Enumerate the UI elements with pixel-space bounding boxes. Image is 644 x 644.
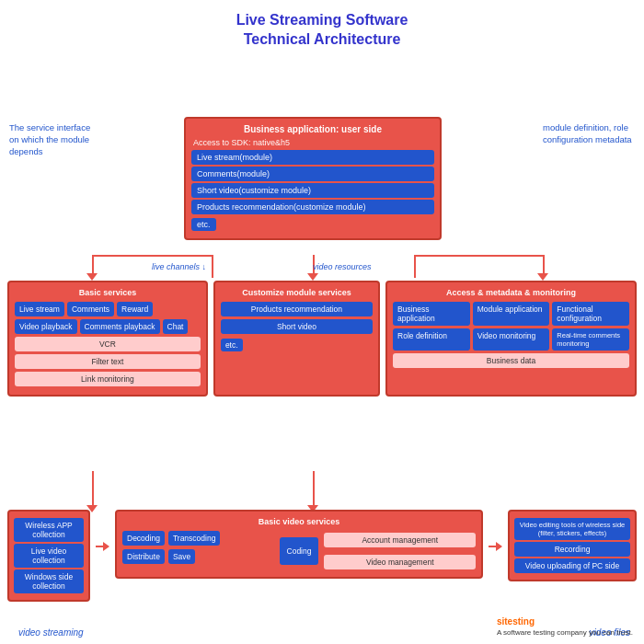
video-editing-btn: Video editing tools of wireless side (fi… bbox=[514, 518, 630, 540]
biz-module-4: Products recommendation(customize module… bbox=[191, 200, 434, 214]
access-monitoring-box: Access & metadata & monitoring Business … bbox=[385, 281, 637, 397]
left-annotation: The service interface on which the modul… bbox=[9, 121, 101, 158]
video-mgmt-btn: Video management bbox=[324, 555, 476, 569]
windows-side-btn: Windows side collection bbox=[14, 569, 84, 593]
basic-comments-btn: Comments bbox=[67, 302, 114, 316]
logo-area: sitesting A software testing company you… bbox=[497, 616, 633, 637]
biz-module-3: Short video(customize module) bbox=[191, 183, 434, 198]
biz-app-box: Business application: user side Access t… bbox=[184, 117, 442, 240]
biz-etc: etc. bbox=[191, 218, 216, 231]
basic-commplayback-btn: Comments playback bbox=[80, 319, 160, 334]
basic-services-box: Basic services Live stream Comments Rewa… bbox=[7, 281, 208, 397]
basic-livestream-btn: Live stream bbox=[15, 302, 64, 316]
logo-tagline: A software testing company you can trust… bbox=[497, 628, 633, 637]
mid-label-left: live channels ↓ bbox=[152, 262, 206, 271]
title-line1: Live Streaming Software bbox=[236, 12, 408, 28]
biz-app-title: Business application: user side bbox=[191, 124, 434, 134]
logo-brand: sitesting bbox=[497, 616, 535, 627]
access-module-app: Module application bbox=[473, 302, 550, 326]
save-btn: Save bbox=[168, 549, 195, 564]
customize-services-box: Customize module services Products recom… bbox=[213, 281, 380, 397]
bottom-right-box: Video editing tools of wireless side (fi… bbox=[508, 510, 637, 581]
biz-module-1: Live stream(module) bbox=[191, 150, 434, 165]
basic-vidplayback-btn: Video playback bbox=[15, 319, 77, 334]
video-uploading-btn: Video uploading of PC side bbox=[514, 558, 630, 573]
account-mgmt-btn: Account management bbox=[324, 533, 476, 547]
page-title: Live Streaming Software Technical Archit… bbox=[0, 0, 644, 57]
access-role-def: Role definition bbox=[393, 328, 470, 351]
coding-btn: Coding bbox=[280, 537, 319, 565]
right-annotation: module definition, role configuration me… bbox=[543, 121, 635, 146]
basic-filter: Filter text bbox=[15, 354, 201, 369]
recording-btn: Recording bbox=[514, 542, 630, 557]
basic-video-box: Basic video services Decoding Transcodin… bbox=[115, 510, 483, 579]
basic-chat-btn: Chat bbox=[163, 319, 189, 334]
basic-services-title: Basic services bbox=[15, 288, 201, 297]
basic-video-title: Basic video services bbox=[122, 517, 476, 526]
mid-label-right: video resources bbox=[313, 262, 372, 271]
customize-etc: etc. bbox=[221, 339, 243, 351]
access-biz-data: Business data bbox=[393, 353, 629, 368]
customize-services-title: Customize module services bbox=[221, 288, 373, 297]
basic-link: Link monitoring bbox=[15, 372, 201, 386]
title-line2: Technical Architecture bbox=[244, 31, 401, 47]
bottom-left-box: Wireless APP collection Live video colle… bbox=[7, 510, 90, 602]
basic-vcr: VCR bbox=[15, 337, 201, 351]
access-realtime: Real-time comments monitoring bbox=[552, 328, 629, 351]
decoding-btn: Decoding bbox=[122, 531, 165, 546]
distribute-btn: Distribute bbox=[122, 549, 165, 564]
live-video-btn: Live video collection bbox=[14, 544, 84, 568]
access-biz-app: Business application bbox=[393, 302, 470, 326]
basic-reward-btn: Reward bbox=[117, 302, 153, 316]
transcoding-btn: Transcoding bbox=[168, 531, 220, 546]
bottom-label-left: video streaming bbox=[18, 627, 84, 638]
access-func-config: Functional configuration bbox=[552, 302, 629, 326]
biz-access-label: Access to SDK: native&h5 bbox=[191, 138, 434, 147]
customize-shortvid: Short video bbox=[221, 319, 373, 334]
access-monitoring-title: Access & metadata & monitoring bbox=[393, 288, 629, 297]
wireless-app-btn: Wireless APP collection bbox=[14, 518, 84, 542]
access-vid-monitoring: Video monitoring bbox=[473, 328, 550, 351]
customize-products: Products recommendation bbox=[221, 302, 373, 316]
biz-module-2: Comments(module) bbox=[191, 167, 434, 181]
